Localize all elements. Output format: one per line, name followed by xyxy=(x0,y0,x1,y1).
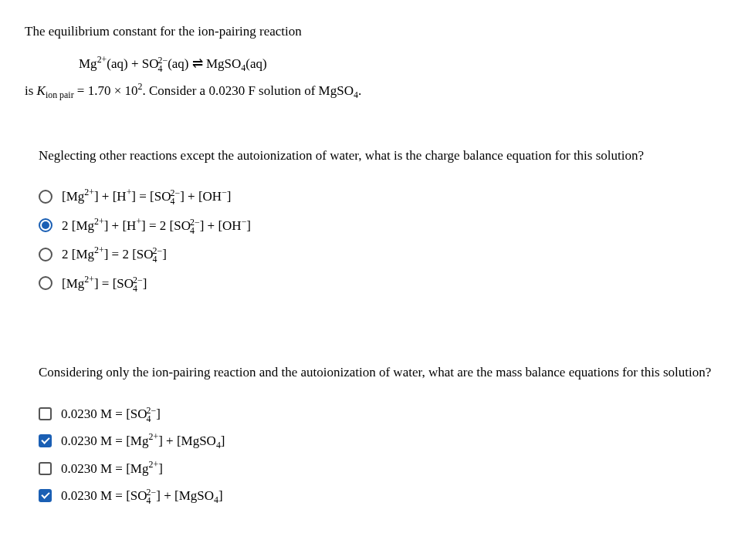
q1-option-3[interactable]: 2 [Mg2+] = 2 [SO2−4] xyxy=(39,245,730,265)
q1-option-1[interactable]: [Mg2+] + [H+] = [SO2−4] + [OH−] xyxy=(39,187,730,207)
question-1: Neglecting other reactions except the au… xyxy=(39,146,730,294)
question-2: Considering only the ion-pairing reactio… xyxy=(39,363,730,506)
question-2-text: Considering only the ion-pairing reactio… xyxy=(39,363,730,383)
intro-line-2-post: = 1.70 × 102. Consider a 0.0230 F soluti… xyxy=(74,83,362,98)
checkbox-icon[interactable] xyxy=(39,462,52,475)
q2-option-1-label: 0.0230 M = [SO2−4] xyxy=(61,404,161,424)
q1-option-4-label: [Mg2+] = [SO2−4] xyxy=(62,274,147,294)
intro-line-2-pre: is xyxy=(25,83,37,98)
question-1-text: Neglecting other reactions except the au… xyxy=(39,146,730,166)
ion-pairing-equation: Mg2+(aq) + SO2−4(aq) ⇌ MgSO4(aq) xyxy=(25,52,730,82)
radio-icon[interactable] xyxy=(39,218,52,232)
q1-option-4[interactable]: [Mg2+] = [SO2−4] xyxy=(39,274,730,294)
q2-option-2-label: 0.0230 M = [Mg2+] + [MgSO4] xyxy=(61,431,225,451)
radio-icon[interactable] xyxy=(39,248,52,261)
q2-option-4[interactable]: 0.0230 M = [SO2−4] + [MgSO4] xyxy=(39,486,730,506)
checkbox-icon[interactable] xyxy=(39,489,52,502)
k-sub: ion pair xyxy=(46,89,74,100)
radio-icon[interactable] xyxy=(39,276,52,290)
q1-option-3-label: 2 [Mg2+] = 2 [SO2−4] xyxy=(62,245,167,265)
intro-line-1: The equilibrium constant for the ion-pai… xyxy=(25,22,730,42)
q1-option-2[interactable]: 2 [Mg2+] + [H+] = 2 [SO2−4] + [OH−] xyxy=(39,216,730,236)
q2-option-3-label: 0.0230 M = [Mg2+] xyxy=(61,459,163,479)
q2-option-2[interactable]: 0.0230 M = [Mg2+] + [MgSO4] xyxy=(39,431,730,451)
q2-option-1[interactable]: 0.0230 M = [SO2−4] xyxy=(39,404,730,424)
radio-icon[interactable] xyxy=(39,190,52,204)
q1-option-2-label: 2 [Mg2+] + [H+] = 2 [SO2−4] + [OH−] xyxy=(62,216,251,236)
question-2-options: 0.0230 M = [SO2−4] 0.0230 M = [Mg2+] + [… xyxy=(39,404,730,506)
checkbox-icon[interactable] xyxy=(39,407,52,420)
k-var: K xyxy=(37,83,46,98)
q2-option-3[interactable]: 0.0230 M = [Mg2+] xyxy=(39,459,730,479)
question-1-options: [Mg2+] + [H+] = [SO2−4] + [OH−] 2 [Mg2+]… xyxy=(39,187,730,293)
q2-option-4-label: 0.0230 M = [SO2−4] + [MgSO4] xyxy=(61,486,223,506)
checkbox-icon[interactable] xyxy=(39,434,52,447)
q1-option-1-label: [Mg2+] + [H+] = [SO2−4] + [OH−] xyxy=(62,187,232,207)
intro-line-2: is Kion pair = 1.70 × 102. Consider a 0.… xyxy=(25,81,730,101)
